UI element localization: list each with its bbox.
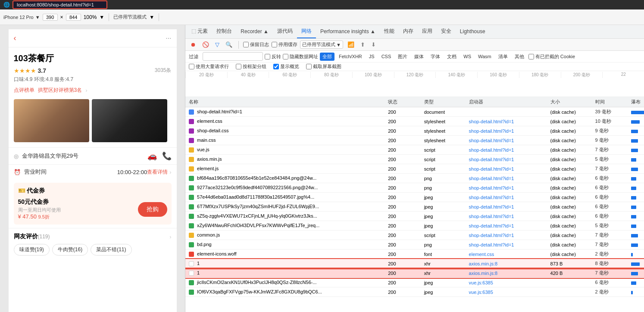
wifi-icon-btn[interactable]: 📶 [346, 41, 356, 49]
show-overview-input[interactable] [273, 64, 279, 69]
network-request-table[interactable]: 名称 状态 类型 启动器 大小 时间 瀑布 shop-detail.html?i… [185, 97, 644, 312]
table-row[interactable]: 9277ace32123e0c9f59dedf44070892221566.pn… [185, 183, 644, 193]
preserve-log-input[interactable] [243, 42, 249, 47]
group-by-frame-checkbox[interactable]: 按框架分组 [236, 63, 266, 70]
col-header-time[interactable]: 时间 [592, 97, 628, 107]
capture-screenshots-input[interactable] [306, 64, 312, 69]
tab-recorder[interactable]: Recorder ▲ [236, 26, 273, 38]
table-row[interactable]: IOf6VX3qaBgFXFVgp75w-KKJmWZJFc8GXDU8g9bQ… [185, 287, 644, 297]
table-row[interactable]: bf684aa196c870810655e45b1e52ce843484.png… [185, 174, 644, 183]
initiator-link[interactable]: axios.min.js:8 [469, 261, 498, 266]
large-rows-input[interactable] [189, 64, 194, 69]
initiator-link[interactable]: element.css [469, 252, 494, 257]
invert-checkbox[interactable]: 反转 [265, 53, 281, 60]
record-button[interactable]: ⏺ [189, 41, 198, 49]
menu-tag[interactable]: 点评榜单 [14, 87, 34, 94]
table-row[interactable]: jicIlsCKmOI2arxKN1Uf0Hx3PucIJH8q0QSz-Z8l… [185, 278, 644, 287]
phone-icon[interactable]: 📞 [162, 151, 172, 161]
url-bar[interactable] [13, 0, 107, 9]
initiator-link[interactable]: shop-detail.html?id=1 [469, 147, 514, 153]
initiator-link[interactable]: shop-detail.html?id=1 [469, 214, 514, 219]
col-header-size[interactable]: 大小 [547, 97, 592, 107]
table-row[interactable]: shop-detail.html?id=1 200 document (disk… [185, 107, 644, 117]
table-row[interactable]: sZ5q-zgglv4VXEWU71xCFjnLM_jUHq-ylq0GKivt… [185, 212, 644, 221]
filter-icon-btn[interactable]: ▽ [213, 41, 221, 49]
table-row[interactable]: common.js 200 script shop-detail.html?id… [185, 231, 644, 240]
filter-ws-button[interactable]: WS [461, 53, 474, 60]
initiator-link[interactable]: shop-detail.html?id=1 [469, 185, 514, 190]
height-input[interactable] [66, 14, 81, 21]
table-row[interactable]: 1 200 xhr axios.min.js:8 873 B 8 毫秒 [185, 259, 644, 268]
search-button[interactable]: 🔍 [224, 41, 234, 49]
disable-cache-input[interactable] [272, 42, 277, 47]
tab-performance[interactable]: 性能 [380, 25, 399, 38]
hide-data-urls-input[interactable] [283, 54, 288, 59]
group-by-frame-input[interactable] [236, 64, 241, 69]
filter-wasm-button[interactable]: Wasm [475, 53, 494, 60]
throttle-mode-button[interactable]: 已停用节流模式 [113, 14, 147, 20]
blocked-cookies-checkbox[interactable]: 有已拦截的 Cookie [528, 53, 575, 60]
table-row[interactable]: xZy6W4NwuRFchIOi43DVLPFsx7KWWvPqifE1JTe_… [185, 221, 644, 231]
table-row[interactable]: 1 200 xhr axios.min.js:8 420 B 7 毫秒 [185, 268, 644, 278]
table-row[interactable]: 6T7MfXzx7USPlkSy7jzm40qZSmIHUF2jd-FZUL6W… [185, 202, 644, 212]
initiator-link[interactable]: shop-detail.html?id=1 [469, 138, 514, 143]
initiator-link[interactable]: shop-detail.html?id=1 [469, 195, 514, 200]
upload-icon-btn[interactable]: ⬆ [359, 41, 367, 49]
initiator-link[interactable]: shop-detail.html?id=1 [469, 223, 514, 228]
table-row[interactable]: shop-detail.css 200 stylesheet shop-deta… [185, 126, 644, 136]
filter-fetch-xhr-button[interactable]: Fetch/XHR [336, 53, 365, 60]
coupon-buy-button[interactable]: 抢购 [138, 202, 167, 217]
tab-network[interactable]: 网络 [297, 25, 316, 38]
initiator-link[interactable]: axios.min.js:8 [469, 271, 498, 276]
table-row[interactable]: element.css 200 stylesheet shop-detail.h… [185, 117, 644, 126]
device-selector[interactable]: iPhone 12 Pro ▼ [3, 15, 40, 20]
blocked-cookies-input[interactable] [528, 54, 534, 59]
table-row[interactable]: main.css 200 stylesheet shop-detail.html… [185, 136, 644, 145]
table-row[interactable]: element.js 200 script shop-detail.html?i… [185, 164, 644, 174]
initiator-link[interactable]: vue.js:6385 [469, 280, 493, 285]
filter-input[interactable] [203, 52, 263, 61]
preserve-log-checkbox[interactable]: 保留日志 [243, 41, 269, 48]
tab-elements[interactable]: ⬚ 元素 [187, 25, 212, 38]
filter-js-button[interactable]: JS [366, 53, 377, 60]
initiator-link[interactable]: shop-detail.html?id=1 [469, 157, 514, 162]
col-header-waterfall[interactable]: 瀑布 [628, 97, 644, 107]
large-rows-checkbox[interactable]: 使用大量请求行 [189, 63, 229, 70]
disable-cache-checkbox[interactable]: 停用缓存 [272, 41, 297, 48]
back-button[interactable]: ‹ [14, 34, 16, 43]
capture-screenshots-checkbox[interactable]: 截取屏幕截图 [306, 63, 341, 70]
tab-security[interactable]: 安全 [437, 25, 456, 38]
download-icon-btn[interactable]: ⬇ [369, 41, 378, 49]
hours-detail-link[interactable]: 查看详情 [147, 168, 168, 176]
shop-image-2[interactable] [92, 99, 167, 142]
tab-memory[interactable]: 内存 [399, 25, 418, 38]
tab-performance-insights[interactable]: Performance insights ▲ [316, 26, 380, 38]
filter-font-button[interactable]: 字体 [428, 53, 443, 61]
show-overview-checkbox[interactable]: 显示概览 [273, 63, 299, 70]
table-row[interactable]: bd.png 200 png shop-detail.html?id=1 (di… [185, 240, 644, 250]
filter-media-button[interactable]: 媒体 [412, 53, 426, 61]
col-header-name[interactable]: 名称 [185, 97, 385, 107]
initiator-link[interactable]: shop-detail.html?id=1 [469, 204, 514, 209]
navigation-icon[interactable]: 🚗 [147, 151, 157, 161]
initiator-link[interactable]: vue.js:6385 [469, 290, 493, 295]
initiator-link[interactable]: shop-detail.html?id=1 [469, 242, 514, 247]
initiator-link[interactable]: shop-detail.html?id=1 [469, 119, 514, 124]
tab-application[interactable]: 应用 [418, 25, 437, 38]
clear-button[interactable]: 🚫 [200, 41, 211, 49]
col-header-type[interactable]: 类型 [421, 97, 466, 107]
invert-input[interactable] [265, 54, 270, 59]
filter-doc-button[interactable]: 文档 [444, 53, 459, 61]
width-input[interactable] [43, 14, 58, 21]
throttle-dropdown[interactable]: 已停用节流模式 ▼ [300, 41, 343, 49]
tab-sources[interactable]: 源代码 [273, 25, 297, 38]
table-row[interactable]: vue.js 200 script shop-detail.html?id=1 … [185, 145, 644, 155]
tab-console[interactable]: 控制台 [212, 25, 236, 38]
filter-all-button[interactable]: 全部 [320, 53, 335, 61]
more-actions-button[interactable]: ··· [166, 34, 171, 42]
filter-manifest-button[interactable]: 清单 [496, 53, 510, 61]
col-header-initiator[interactable]: 启动器 [466, 97, 547, 107]
initiator-link[interactable]: shop-detail.html?id=1 [469, 128, 514, 134]
initiator-link[interactable]: shop-detail.html?id=1 [469, 176, 514, 181]
review-tag-2[interactable]: 菜品不错(11) [91, 244, 131, 256]
